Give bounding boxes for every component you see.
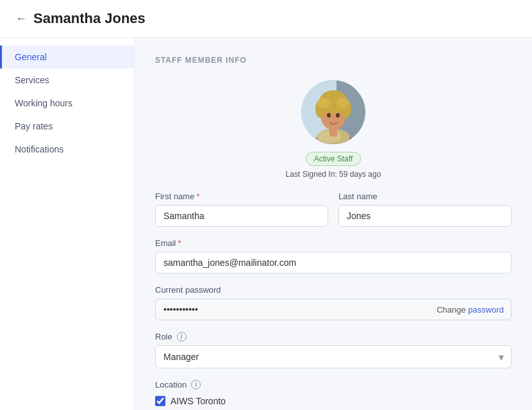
page-header: ← Samantha Jones (0, 0, 532, 38)
role-row: Role i Manager Staff Admin ▾ (155, 332, 511, 368)
svg-point-12 (337, 98, 349, 108)
last-name-input[interactable] (338, 205, 511, 227)
sidebar-item-services[interactable]: Services (0, 69, 134, 92)
sidebar-item-general[interactable]: General (0, 45, 134, 69)
location-info-icon: i (191, 380, 201, 390)
section-title: STAFF MEMBER INFO (155, 56, 511, 65)
change-password-link[interactable]: Change password (436, 305, 504, 315)
password-row: Current password Change password (155, 285, 511, 320)
last-signed-text: Last Signed In: 59 days ago (286, 170, 381, 179)
email-input[interactable] (155, 252, 511, 274)
location-row: Location i AIWS Toronto (155, 380, 511, 406)
password-label: Current password (155, 285, 511, 295)
back-button[interactable]: ← (15, 12, 27, 26)
main-content: STAFF MEMBER INFO (135, 38, 532, 410)
location-checkbox[interactable] (155, 396, 165, 406)
first-name-input[interactable] (155, 205, 328, 227)
svg-point-13 (327, 113, 331, 118)
sidebar-item-working-hours[interactable]: Working hours (0, 92, 134, 115)
svg-point-11 (317, 98, 330, 108)
email-group: Email * (155, 238, 511, 274)
password-group: Current password Change password (155, 285, 511, 320)
location-label: Location i (155, 380, 511, 390)
first-name-group: First name * (155, 192, 328, 227)
role-select-wrapper: Manager Staff Admin ▾ (155, 345, 511, 368)
role-group: Role i Manager Staff Admin ▾ (155, 332, 511, 368)
first-name-label: First name * (155, 192, 328, 201)
page-container: ← Samantha Jones General Services Workin… (0, 0, 532, 410)
role-label: Role i (155, 332, 511, 341)
last-name-label: Last name (338, 192, 511, 201)
email-label: Email * (155, 238, 511, 248)
sidebar: General Services Working hours Pay rates… (0, 38, 135, 410)
avatar-section: Active Staff Last Signed In: 59 days ago (155, 80, 511, 179)
email-row: Email * (155, 238, 511, 274)
page-title: Samantha Jones (33, 10, 145, 27)
location-option-row: AIWS Toronto (155, 396, 511, 406)
sidebar-item-notifications[interactable]: Notifications (0, 138, 134, 161)
content-area: General Services Working hours Pay rates… (0, 38, 532, 410)
name-row: First name * Last name (155, 192, 511, 227)
password-wrapper: Change password (155, 299, 511, 320)
location-name: AIWS Toronto (170, 396, 226, 406)
svg-point-14 (336, 113, 340, 118)
location-group: Location i AIWS Toronto (155, 380, 511, 406)
role-info-icon: i (177, 332, 187, 341)
sidebar-item-pay-rates[interactable]: Pay rates (0, 115, 134, 138)
form-section: First name * Last name (155, 192, 511, 406)
avatar (301, 80, 365, 144)
role-select[interactable]: Manager Staff Admin (155, 345, 511, 368)
active-badge: Active Staff (306, 152, 361, 166)
last-name-group: Last name (338, 192, 511, 227)
